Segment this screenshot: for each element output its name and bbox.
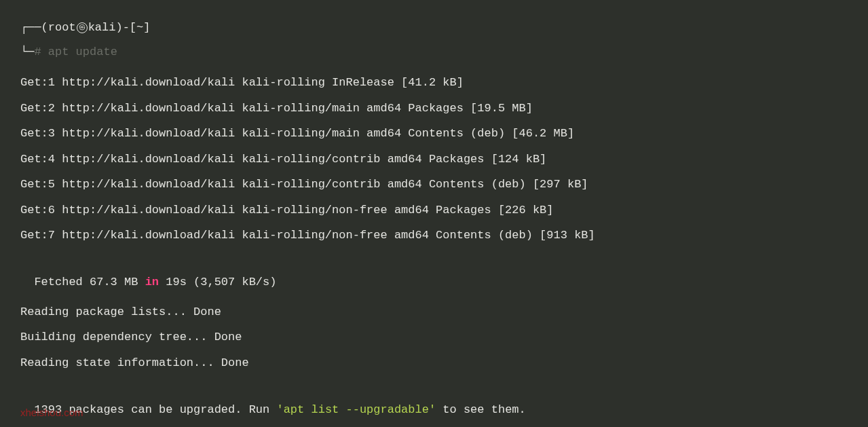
upgrade-line: 1393 packages can be upgraded. Run 'apt …: [20, 384, 848, 418]
keyword-in: in: [145, 276, 159, 289]
prompt-user: root: [48, 21, 76, 34]
reading-lists: Reading package lists... Done: [20, 303, 848, 321]
upgrade-quoted: 'apt list --upgradable': [276, 403, 436, 416]
paren-close: )-[: [115, 21, 136, 34]
output-line: Get:5 http://kali.download/kali kali-rol…: [20, 176, 848, 193]
reading-state: Reading state information... Done: [20, 354, 848, 372]
prompt-line-1: ┌──(root㉿kali)-[~]: [20, 19, 848, 37]
prompt-symbol: #: [34, 45, 41, 58]
box-corner: ┌──: [20, 21, 41, 34]
output-line: Get:6 http://kali.download/kali kali-rol…: [20, 202, 848, 219]
fetched-suffix: 19s (3,507 kB/s): [159, 276, 276, 289]
output-line: Get:7 http://kali.download/kali kali-rol…: [20, 227, 848, 244]
output-line: Get:1 http://kali.download/kali kali-rol…: [20, 74, 848, 92]
prompt-line-2: └─# apt update: [20, 43, 848, 61]
output-line: Get:2 http://kali.download/kali kali-rol…: [20, 100, 848, 117]
fetched-line: Fetched 67.3 MB in 19s (3,507 kB/s): [20, 257, 848, 291]
watermark: xheishou.com: [20, 405, 83, 421]
output-line: Get:4 http://kali.download/kali kali-rol…: [20, 151, 848, 168]
command-text[interactable]: apt update: [48, 45, 117, 58]
output-line: Get:3 http://kali.download/kali kali-rol…: [20, 125, 848, 143]
prompt-host: kali: [88, 21, 116, 34]
building-tree: Building dependency tree... Done: [20, 329, 848, 346]
bracket-close: ]: [143, 21, 150, 34]
upgrade-suffix: to see them.: [436, 403, 526, 416]
fetched-prefix: Fetched 67.3 MB: [34, 276, 145, 289]
prompt-path: ~: [136, 21, 143, 34]
box-corner-bottom: └─: [20, 45, 34, 58]
paren-open: (: [41, 21, 48, 34]
skull-icon: ㉿: [77, 22, 88, 33]
